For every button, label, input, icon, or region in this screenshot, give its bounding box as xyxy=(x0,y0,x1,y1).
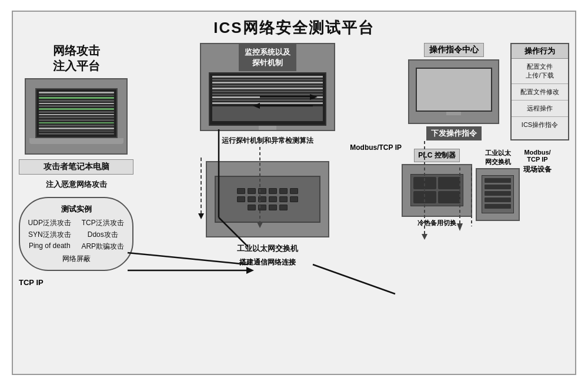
command-monitor xyxy=(408,59,499,124)
content-area: 网络攻击 注入平台 xyxy=(19,43,569,368)
oval-item-udp: UDP泛洪攻击 xyxy=(25,218,75,228)
monitor-section: 监控系统以及 探针机制 xyxy=(139,43,396,146)
probe-label: 运行探针机制和异常检测算法 xyxy=(222,136,313,146)
laptop-screen xyxy=(35,88,118,138)
left-panel: 网络攻击 注入平台 xyxy=(19,43,133,368)
action-item-1: 配置文件上传/下载 xyxy=(512,59,568,84)
action-item-3: 远程操作 xyxy=(512,101,568,117)
command-screen xyxy=(416,68,492,112)
oval-item-ping: Ping of death xyxy=(25,242,75,252)
laptop-image xyxy=(25,78,128,155)
left-title: 网络攻击 注入平台 xyxy=(19,43,133,73)
oval-item-tcp: TCP泛洪攻击 xyxy=(78,218,128,228)
field-device-label: 现场设备 xyxy=(523,165,552,175)
switch-inner xyxy=(215,176,320,223)
right-bottom: PLC 控制器 冷热备用切换 工业以太网交换机 xyxy=(402,149,569,227)
action-item-2: 配置文件修改 xyxy=(512,84,568,101)
switch-section: Modbus/TCP IP xyxy=(139,161,396,237)
plc-section: PLC 控制器 冷热备用切换 xyxy=(402,149,472,227)
laptop-label: 攻击者笔记本电脑 xyxy=(19,159,133,175)
right-top: 操作指令中心 下发操作指令 操作行为 配置文件上传/下载 配置文件修改 远程操作… xyxy=(402,43,569,140)
actions-box: 操作行为 配置文件上传/下载 配置文件修改 远程操作 ICS操作指令 xyxy=(510,43,569,140)
plc-device-box xyxy=(402,164,472,217)
switch-label: 工业以太网交换机 xyxy=(139,243,396,254)
tcp-ip-label: TCP IP xyxy=(19,278,133,287)
command-center-title: 操作指令中心 xyxy=(424,43,484,57)
field-section: Modbus/TCP IP 现场设备 xyxy=(523,149,552,175)
monitor-label: 监控系统以及 探针机制 xyxy=(239,44,296,71)
oval-grid: UDP泛洪攻击 TCP泛洪攻击 SYN泛洪攻击 Ddos攻击 Ping of d… xyxy=(25,218,128,252)
oval-title: 测试实例 xyxy=(25,204,128,215)
modbus2-label: Modbus/TCP IP xyxy=(523,149,552,163)
switch-box xyxy=(206,161,329,237)
oval-bottom: 网络屏蔽 xyxy=(25,254,128,264)
attack-label: 注入恶意网络攻击 xyxy=(19,179,133,190)
hot-cold-label: 冷热备用切换 xyxy=(417,219,456,227)
switch2-label: 工业以太网交换机 xyxy=(485,149,511,166)
oval-item-arp: ARP欺骗攻击 xyxy=(78,242,128,252)
switch-sublabel: 搭建通信网络连接 xyxy=(139,257,396,267)
right-panel: 操作指令中心 下发操作指令 操作行为 配置文件上传/下载 配置文件修改 远程操作… xyxy=(402,43,569,368)
command-center: 操作指令中心 下发操作指令 xyxy=(402,43,506,140)
modbus-label: Modbus/TCP IP xyxy=(350,143,402,152)
oval-item-ddos: Ddos攻击 xyxy=(78,230,128,240)
oval-item-syn: SYN泛洪攻击 xyxy=(25,230,75,240)
right-switch-section: 工业以太网交换机 xyxy=(476,149,520,221)
monitor-screen xyxy=(209,72,326,126)
command-sublabel: 下发操作指令 xyxy=(426,126,482,140)
switch2-box xyxy=(476,168,520,221)
monitor-box: 监控系统以及 探针机制 xyxy=(200,43,335,131)
page-title: ICS网络安全测试平台 xyxy=(19,18,569,38)
middle-panel: 监控系统以及 探针机制 xyxy=(139,43,396,368)
action-item-4: ICS操作指令 xyxy=(512,117,568,133)
main-container: ICS网络安全测试平台 网络攻击 注入平台 xyxy=(12,11,576,375)
actions-title: 操作行为 xyxy=(512,44,568,59)
plc-label: PLC 控制器 xyxy=(414,149,459,162)
test-cases-oval: 测试实例 UDP泛洪攻击 TCP泛洪攻击 SYN泛洪攻击 Ddos攻击 Ping… xyxy=(19,197,133,271)
